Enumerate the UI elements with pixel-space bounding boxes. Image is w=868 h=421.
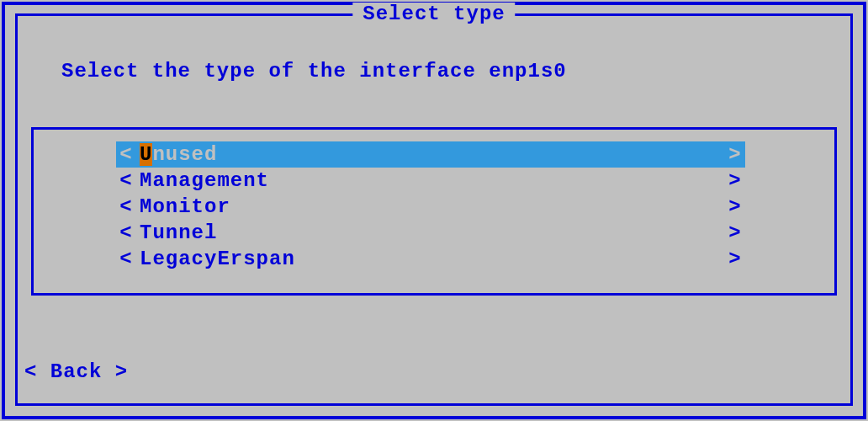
type-option-label: Monitor	[136, 195, 230, 218]
type-option-label: Unused	[136, 143, 217, 166]
dialog-frame: Select type Select the type of the inter…	[15, 13, 853, 406]
chevron-left-icon: <	[116, 248, 136, 270]
type-option-label: Management	[136, 169, 269, 192]
type-list: <Unused><Management><Monitor><Tunnel><Le…	[31, 127, 837, 296]
dialog-prompt: Select the type of the interface enp1s0	[61, 60, 567, 83]
chevron-left-icon: <	[116, 169, 136, 192]
dialog-title: Select type	[352, 3, 515, 25]
type-option-label: Tunnel	[136, 221, 217, 244]
outer-frame: Select type Select the type of the inter…	[2, 2, 866, 419]
type-option-legacyerspan[interactable]: <LegacyErspan>	[116, 246, 745, 272]
hotkey-char: U	[140, 143, 152, 166]
type-option-monitor[interactable]: <Monitor>	[116, 194, 745, 220]
chevron-right-icon: >	[725, 195, 745, 218]
chevron-right-icon: >	[725, 248, 745, 270]
chevron-right-icon: >	[725, 143, 745, 166]
type-option-label: LegacyErspan	[136, 248, 295, 270]
type-option-management[interactable]: <Management>	[116, 168, 745, 194]
chevron-left-icon: <	[116, 221, 136, 244]
chevron-right-icon: >	[725, 221, 745, 244]
type-option-unused[interactable]: <Unused>	[116, 141, 745, 168]
chevron-right-icon: >	[725, 169, 745, 192]
type-option-tunnel[interactable]: <Tunnel>	[116, 220, 745, 246]
chevron-left-icon: <	[116, 195, 136, 218]
back-button[interactable]: < Back >	[24, 360, 128, 383]
chevron-left-icon: <	[116, 143, 136, 166]
